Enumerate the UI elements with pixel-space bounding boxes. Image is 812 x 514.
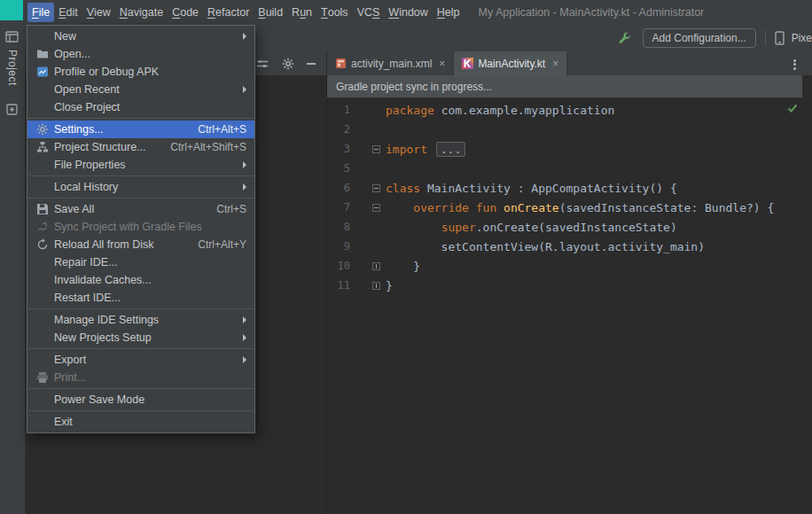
code-text: super.onCreate(savedInstanceState): [386, 221, 812, 234]
menu-item-label: Exit: [54, 416, 73, 428]
device-name: Pixe: [792, 32, 812, 44]
file-menu-item-print[interactable]: Print...: [27, 369, 254, 386]
menu-item-label: New Projects Setup: [54, 331, 152, 344]
submenu-arrow-icon: [243, 316, 246, 323]
file-menu-item-profile-or-debug-apk[interactable]: Profile or Debug APK: [27, 63, 254, 81]
menu-label-mnemonic: u: [300, 6, 306, 19]
file-menu-item-sync-project-with-gradle-files[interactable]: Sync Project with Gradle Files: [27, 218, 254, 236]
code-line: 9 setContentView(R.layout.activity_main): [327, 237, 812, 256]
file-menu-item-close-project[interactable]: Close Project: [27, 98, 254, 116]
menu-item-icon-slot: [34, 158, 51, 172]
menubar-item-run[interactable]: Run: [287, 3, 316, 22]
studio-logo-icon[interactable]: [0, 0, 23, 20]
menu-label-pre: R: [292, 6, 300, 19]
code-text: class MainActivity : AppCompatActivity()…: [386, 182, 812, 195]
file-menu-item-open[interactable]: Open...: [27, 45, 254, 63]
fold-gutter: [355, 204, 386, 212]
file-menu-item-open-recent[interactable]: Open Recent: [27, 81, 254, 98]
folder-icon: [34, 47, 51, 61]
sync-wrench-icon[interactable]: [618, 31, 632, 45]
fold-end-icon[interactable]: [372, 282, 380, 290]
code-token: override fun: [413, 201, 504, 214]
menubar: FileEditViewNavigateCodeRefactorBuildRun…: [25, 0, 812, 25]
submenu-arrow-icon: [243, 86, 246, 93]
file-menu-item-invalidate-caches[interactable]: Invalidate Caches...: [27, 271, 254, 289]
menu-label-post: uild: [266, 6, 283, 19]
menu-item-shortcut: Ctrl+Alt+Y: [198, 238, 246, 251]
inspection-check-icon[interactable]: [787, 103, 798, 113]
menu-label-post: dit: [66, 6, 78, 19]
code-text: package com.example.myapplication: [386, 104, 812, 117]
menu-item-icon-slot: [34, 255, 51, 269]
gradle-icon: [34, 220, 51, 234]
menubar-item-window[interactable]: Window: [384, 3, 432, 22]
hide-panel-icon[interactable]: [307, 63, 316, 65]
file-menu-item-restart-ide[interactable]: Restart IDE...: [27, 289, 254, 307]
file-menu-item-exit[interactable]: Exit: [27, 413, 254, 431]
fold-end-icon[interactable]: [372, 262, 380, 270]
add-configuration-button[interactable]: Add Configuration...: [643, 28, 756, 48]
tab-close-icon[interactable]: ×: [439, 58, 445, 69]
menubar-item-vcs[interactable]: VCS: [353, 3, 385, 22]
file-menu-item-reload-all-from-disk[interactable]: Reload All from DiskCtrl+Alt+Y: [27, 236, 254, 253]
menu-label-mnemonic: B: [258, 6, 265, 19]
code-token: [386, 201, 413, 214]
tab-options-kebab-icon[interactable]: [791, 58, 798, 71]
file-menu-item-file-properties[interactable]: File Properties: [27, 156, 254, 174]
file-menu-item-new[interactable]: New: [27, 27, 254, 45]
code-token: setContentView(R.layout.activity_main): [386, 240, 705, 253]
menubar-item-file[interactable]: File: [27, 3, 54, 22]
menu-item-label: Close Project: [54, 101, 120, 113]
menubar-item-refactor[interactable]: Refactor: [203, 3, 254, 22]
menu-label-mnemonic: V: [87, 6, 94, 19]
submenu-arrow-icon: [243, 161, 246, 168]
project-stripe-label[interactable]: Project: [6, 50, 19, 86]
reload-icon: [34, 238, 51, 252]
menu-item-label: Repair IDE...: [54, 256, 118, 269]
code-line: 1package com.example.myapplication: [327, 100, 812, 120]
file-menu-item-save-all[interactable]: Save AllCtrl+S: [27, 200, 254, 218]
secondary-stripe-icon[interactable]: [5, 103, 20, 117]
menubar-item-view[interactable]: View: [82, 3, 115, 22]
menubar-item-build[interactable]: Build: [254, 3, 287, 22]
menu-item-label: Save All: [54, 203, 94, 215]
file-menu-item-settings[interactable]: Settings...Ctrl+Alt+S: [27, 121, 254, 138]
gradle-sync-banner: Gradle project sync in progress...: [327, 75, 802, 97]
phone-icon: [773, 31, 787, 45]
menu-label-mnemonic: F: [32, 6, 39, 19]
menubar-item-help[interactable]: Help: [433, 3, 465, 22]
menu-item-label: Sync Project with Gradle Files: [54, 221, 202, 233]
code-editor[interactable]: 1package com.example.myapplication23impo…: [327, 97, 812, 514]
fold-start-icon[interactable]: [372, 204, 380, 212]
fold-start-icon[interactable]: [372, 184, 380, 192]
tab-mainactivity-kt[interactable]: MainActivity.kt×: [454, 51, 567, 75]
menu-label-mnemonic: R: [207, 6, 215, 19]
submenu-arrow-icon: [243, 334, 246, 341]
fold-gutter: [355, 262, 386, 270]
tab-activity-main-xml[interactable]: activity_main.xml×: [327, 51, 454, 75]
menu-label-post: n: [306, 6, 312, 19]
menubar-items: FileEditViewNavigateCodeRefactorBuildRun…: [25, 0, 465, 25]
file-menu-item-manage-ide-settings[interactable]: Manage IDE Settings: [27, 311, 254, 329]
menu-separator: [28, 118, 254, 119]
file-menu-item-power-save-mode[interactable]: Power Save Mode: [27, 391, 254, 409]
file-menu-item-new-projects-setup[interactable]: New Projects Setup: [27, 329, 254, 347]
menubar-item-tools[interactable]: Tools: [316, 3, 353, 22]
file-menu-item-local-history[interactable]: Local History: [27, 178, 254, 196]
file-menu-item-repair-ide[interactable]: Repair IDE...: [27, 253, 254, 271]
device-selector[interactable]: Pixe: [773, 31, 812, 45]
menubar-item-code[interactable]: Code: [168, 3, 203, 22]
menu-item-label: Restart IDE...: [54, 292, 121, 304]
project-toolwindow-icon[interactable]: [5, 30, 20, 44]
code-token: com.example.myapplication: [441, 104, 615, 117]
menubar-item-edit[interactable]: Edit: [54, 3, 82, 22]
file-menu-item-export[interactable]: Export: [27, 351, 254, 369]
menu-item-label: Manage IDE Settings: [54, 314, 159, 326]
code-token: import: [386, 143, 434, 156]
fold-start-icon[interactable]: [372, 145, 380, 153]
tab-close-icon[interactable]: ×: [552, 58, 558, 69]
panel-settings-gear-icon[interactable]: [281, 57, 295, 71]
file-menu-item-project-structure[interactable]: Project Structure...Ctrl+Alt+Shift+S: [27, 138, 254, 156]
menubar-item-navigate[interactable]: Navigate: [115, 3, 168, 22]
view-options-sliders-icon[interactable]: [255, 57, 269, 71]
